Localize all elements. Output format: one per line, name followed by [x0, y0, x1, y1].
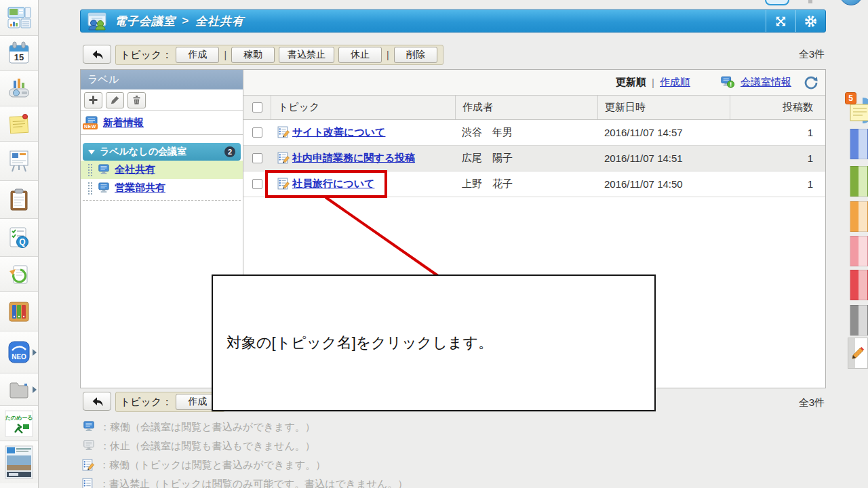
room-item-selected[interactable]: 全社共有 — [81, 161, 243, 179]
portal-icon[interactable] — [0, 0, 38, 36]
topic-link-target[interactable]: 社員旅行について — [292, 178, 374, 190]
create-topic-button[interactable]: 作成 — [176, 47, 219, 63]
pencil-tool-tab[interactable] — [848, 338, 868, 369]
back-button[interactable] — [83, 45, 111, 64]
survey-icon[interactable]: Q — [0, 219, 38, 257]
room-suspended-icon — [82, 440, 96, 452]
room-monitor-icon — [97, 182, 111, 195]
room-info-link[interactable]: 会議室情報 — [741, 76, 791, 89]
clipboard-icon[interactable] — [0, 181, 38, 219]
topic-link[interactable]: 社内申請業務に関する投稿 — [292, 152, 415, 165]
column-header-topic: トピック — [271, 96, 455, 119]
pencil-icon — [110, 95, 120, 105]
new-info-link[interactable]: 新着情報 — [103, 117, 144, 129]
svg-text:NEO: NEO — [12, 353, 26, 361]
add-label-button[interactable] — [84, 92, 102, 108]
palette-tab-gray[interactable] — [850, 305, 868, 336]
topic-updated: 2016/11/07 14:57 — [597, 120, 730, 145]
select-all-checkbox[interactable] — [252, 102, 262, 113]
palette-tab-red[interactable] — [850, 270, 868, 300]
palette-tab-blue[interactable] — [850, 129, 868, 159]
legend-text: ：稼働（トピックは閲覧と書込みができます。） — [99, 459, 326, 472]
topic-author: 渋谷 年男 — [455, 120, 597, 145]
suspend-topic-button[interactable]: 休止 — [338, 47, 382, 63]
row-checkbox[interactable] — [252, 127, 262, 138]
topic-icon — [277, 178, 290, 190]
legend-text: ：書込禁止（トピックは閲覧のみ可能です。書込はできません。） — [99, 478, 408, 488]
column-header-updated: 更新日時 — [597, 96, 730, 119]
drag-handle[interactable] — [87, 182, 93, 195]
folder-icon[interactable] — [0, 373, 38, 406]
refresh-button[interactable] — [804, 75, 818, 90]
flyout-arrow-icon — [33, 349, 37, 356]
palette-tab-pink[interactable] — [850, 236, 868, 266]
topic-updated: 2016/11/07 14:50 — [597, 171, 730, 197]
new-badge: NEW — [83, 123, 98, 129]
topic-posts: 1 — [730, 171, 825, 197]
sort-by-updated[interactable]: 更新順 — [616, 76, 646, 89]
topic-icon — [277, 126, 290, 139]
label-group-no-label[interactable]: ラベルなしの会議室 2 — [83, 143, 241, 161]
cutoff-avatar — [840, 0, 863, 5]
delete-topic-button[interactable]: 削除 — [394, 47, 437, 63]
memo-count-badge: 5 — [845, 92, 856, 104]
pencil-icon — [850, 346, 865, 361]
gear-icon — [804, 14, 818, 28]
expand-button[interactable] — [766, 10, 795, 32]
schedule-icon[interactable]: 15 — [0, 36, 38, 71]
whiteboard-icon[interactable] — [0, 142, 38, 181]
legend-item: ：書込禁止（トピックは閲覧のみ可能です。書込はできません。） — [82, 474, 408, 488]
palette-tab-green[interactable] — [850, 166, 868, 197]
room-link[interactable]: 全社共有 — [115, 163, 155, 176]
tanomeru-ad-banner[interactable]: たのめーる — [0, 406, 38, 441]
topic-actions-label: トピック： — [120, 396, 172, 409]
neo-app-icon[interactable]: NEO — [0, 331, 38, 373]
photo-ad-banner[interactable] — [0, 441, 38, 483]
topic-icon — [277, 152, 290, 165]
memo-shortcut[interactable]: 5 — [845, 92, 868, 126]
drag-handle[interactable] — [87, 163, 93, 177]
plus-icon — [88, 95, 98, 105]
settings-button[interactable] — [795, 10, 825, 32]
delete-label-button[interactable] — [127, 92, 146, 108]
instruction-text: 対象の[トピック名]をクリックします。 — [226, 333, 493, 353]
label-group-name: ラベルなしの会議室 — [100, 146, 186, 158]
topic-link[interactable]: サイト改善について — [292, 126, 385, 139]
back-button[interactable] — [83, 392, 111, 411]
row-checkbox[interactable] — [252, 153, 262, 163]
trash-icon — [132, 95, 142, 105]
row-checkbox[interactable] — [252, 179, 262, 189]
column-header-author: 作成者 — [455, 96, 597, 119]
column-header-posts: 投稿数 — [730, 96, 825, 119]
legend-item: ：休止（会議室は閲覧も書込もできません。） — [82, 436, 408, 455]
palette-tab-orange[interactable] — [850, 201, 868, 232]
sort-by-created-link[interactable]: 作成順 — [660, 76, 690, 89]
topic-actions-group: トピック： 作成 — [115, 392, 225, 412]
total-count-bottom: 全3件 — [799, 396, 825, 409]
forbid-write-button[interactable]: 書込禁止 — [279, 47, 334, 63]
table-row-highlighted: 社員旅行について 上野 花子 2016/11/07 14:50 1 — [243, 171, 825, 197]
label-drop-target — [83, 200, 241, 201]
back-arrow-icon — [90, 49, 104, 60]
topic-actions-label: トピック： — [120, 49, 172, 62]
room-info-icon — [720, 76, 735, 89]
activate-topic-button[interactable]: 稼動 — [231, 47, 275, 63]
app-launcher-sidebar: 15 Q NEO たのめーる — [0, 0, 39, 488]
table-header-row: トピック 作成者 更新日時 投稿数 — [243, 95, 825, 120]
app-title: 電子会議室 — [115, 14, 176, 29]
instruction-callout: 対象の[トピック名]をクリックします。 — [212, 274, 656, 411]
cutoff-control — [808, 0, 812, 3]
room-link[interactable]: 営業部共有 — [115, 182, 165, 195]
edit-label-button[interactable] — [106, 92, 124, 108]
table-row: 社内申請業務に関する投稿 広尾 陽子 2016/11/07 14:51 1 — [243, 146, 825, 171]
bookshelf-icon[interactable] — [0, 292, 38, 331]
label-group-count: 2 — [224, 146, 235, 157]
topic-posts: 1 — [730, 146, 825, 171]
topic-updated: 2016/11/07 14:51 — [597, 146, 730, 171]
memo-icon[interactable] — [0, 106, 38, 142]
page-title: 電子会議室 > 全社共有 — [115, 14, 244, 29]
circulation-icon[interactable] — [0, 257, 38, 292]
new-info-row[interactable]: NEW 新着情報 — [81, 111, 243, 135]
room-item[interactable]: 営業部共有 — [81, 179, 243, 197]
presentation-icon[interactable] — [0, 71, 38, 106]
